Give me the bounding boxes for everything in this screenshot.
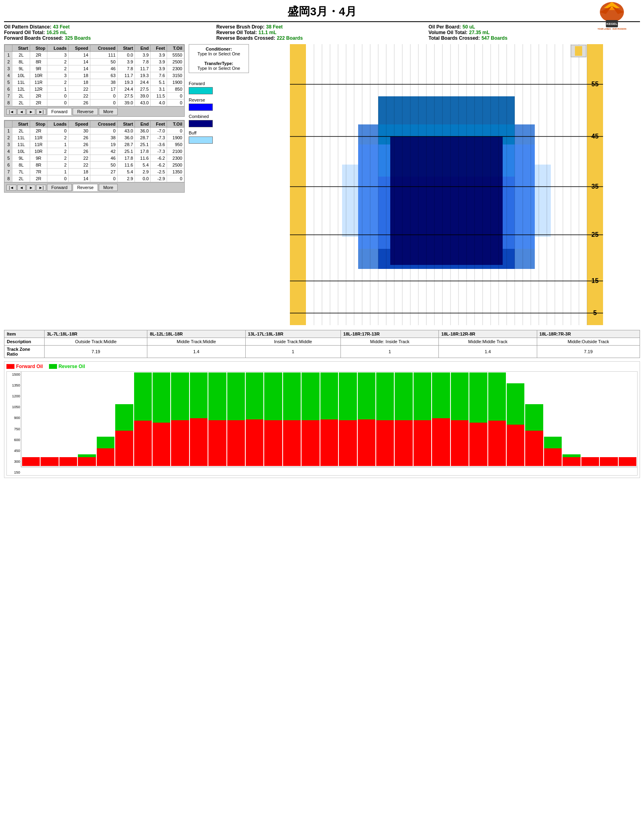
svg-rect-16 [358,144,390,249]
bar-red [227,420,245,466]
bar-red [619,457,636,466]
forward-table-nav: |◄ ◄ ► ►| Forward Reverse More [4,106,184,116]
table-row: 410L10R2264225.117.8-7.32100 [5,148,184,155]
chart-section: Forward Oil Reverse Oil 1500135012001050… [4,361,640,478]
reverse-oil-legend: Reverse Oil [49,364,85,369]
buff-color-swatch [189,136,213,144]
chart-y-label: 300 [7,460,21,464]
forward-label: Forward [189,81,249,86]
bar-group [358,372,375,466]
bar-red [41,457,58,466]
bar-group [525,372,543,466]
rev-nav-first[interactable]: |◄ [6,185,16,191]
bar-green [544,437,562,448]
bar-green [320,372,338,419]
bar-group [414,372,431,466]
chart-y-label: 900 [7,416,21,420]
table-row: 211L11R2263836.028.7-7.31900 [5,134,184,141]
bar-red [395,420,412,466]
reverse-oil-legend-label: Reverse Oil [59,364,85,369]
track-col-6: 18L-18R:7R-3R [537,330,640,338]
bar-group [59,372,77,466]
main-content: Start Stop Loads Speed Crossed Start End… [4,44,640,326]
header-divider [4,21,640,22]
svg-text:YOUR LANES · OUR PASSION: YOUR LANES · OUR PASSION [597,28,626,30]
bar-green [283,372,301,420]
row-num: 5 [5,155,12,162]
lane-visual: 55 45 35 25 15 5 [253,44,640,326]
legend-panel: Conditioner: Type In or Select One Trans… [189,44,249,326]
svg-rect-15 [390,136,503,265]
bar-red [283,420,301,466]
col-feet: Feet [151,45,167,52]
table-row: 28L8R214503.97.83.92500 [5,59,184,65]
bar-green [115,404,133,431]
bar-group [22,372,40,466]
forward-boards-crossed-row: Forward Boards Crossed: 325 Boards [4,35,216,41]
table-row: 612L12R1221724.427.53.1850 [5,86,184,93]
rev-nav-last[interactable]: ►| [36,185,46,191]
bar-group [320,372,338,466]
row-num: 8 [5,100,12,106]
rev-nav-prev[interactable]: ◄ [17,185,26,191]
row-num: 8 [5,175,12,182]
bar-red [376,420,394,466]
bar-green [339,372,357,420]
chart-y-label: 1200 [7,394,21,398]
svg-text:15: 15 [591,277,599,284]
reverse-label: Reverse [189,98,249,102]
table-row: 39L9R214467.811.73.92300 [5,65,184,72]
buff-label: Buff [189,130,249,135]
bar-green [134,372,152,421]
volume-oil-total-label: Volume Oil Total: [428,30,467,35]
table-row: 511L11R2183819.324.45.11900 [5,79,184,86]
table-row: 12L2R3141110.03.93.95550 [5,52,184,59]
reverse-boards-crossed-label: Reverse Boards Crossed: [216,35,275,41]
bar-red [469,423,487,466]
track-table-header: Item 3L-7L:18L-18R 8L-12L:18L-18R 13L-17… [4,330,640,338]
bar-green [395,372,412,420]
reverse-oil-total-row: Reverse Oil Total: 11.1 mL [216,30,428,35]
tab-forward[interactable]: Forward [47,108,72,115]
bar-green [562,454,580,457]
svg-text:55: 55 [591,81,599,87]
bar-green [507,383,524,425]
col-loads: Loads [47,121,68,128]
nav-next[interactable]: ► [26,109,35,115]
track-col-4: 18L-18R:17R-13R [341,330,439,338]
bar-group [227,372,245,466]
reverse-oil-color [49,364,57,369]
chart-y-label: 1050 [7,405,21,409]
bar-group [562,372,580,466]
combined-label: Combined [189,114,249,119]
rev-tab-more[interactable]: More [99,184,118,191]
bottom-section: Item 3L-7L:18L-18R 8L-12L:18L-18R 13L-17… [4,330,640,478]
nav-first[interactable]: |◄ [6,109,16,115]
svg-rect-20 [290,44,306,325]
row-num: 2 [5,134,12,141]
rev-nav-next[interactable]: ► [26,185,35,191]
track-col-2: 8L-12L:18L-18R [147,330,245,338]
svg-rect-17 [503,144,535,249]
track-zone-table: Item 3L-7L:18L-18R 8L-12L:18L-18R 13L-17… [4,330,640,358]
page-title: 盛岡3月・4月 [287,5,356,18]
nav-last[interactable]: ►| [36,109,46,115]
reverse-brush-drop-row: Reverse Brush Drop: 38 Feet [216,24,428,30]
bar-red [525,431,543,466]
row-num: 3 [5,141,12,148]
bar-red [153,423,170,466]
bar-green [190,372,208,418]
chart-y-label: 450 [7,449,21,453]
nav-prev[interactable]: ◄ [17,109,26,115]
left-panel: Start Stop Loads Speed Crossed Start End… [4,44,185,326]
rev-tab-reverse[interactable]: Reverse [73,184,98,191]
forward-oil-legend: Forward Oil [6,364,43,369]
rev-tab-forward[interactable]: Forward [47,184,72,191]
tab-more[interactable]: More [99,108,118,115]
tab-reverse[interactable]: Reverse [73,108,98,115]
reverse-brush-drop-value: 38 Feet [266,24,283,30]
bar-group [544,372,562,466]
row-num: 2 [5,59,12,65]
bar-red [208,420,226,466]
oil-pattern-container: Conditioner: Type In or Select One Trans… [189,44,640,326]
